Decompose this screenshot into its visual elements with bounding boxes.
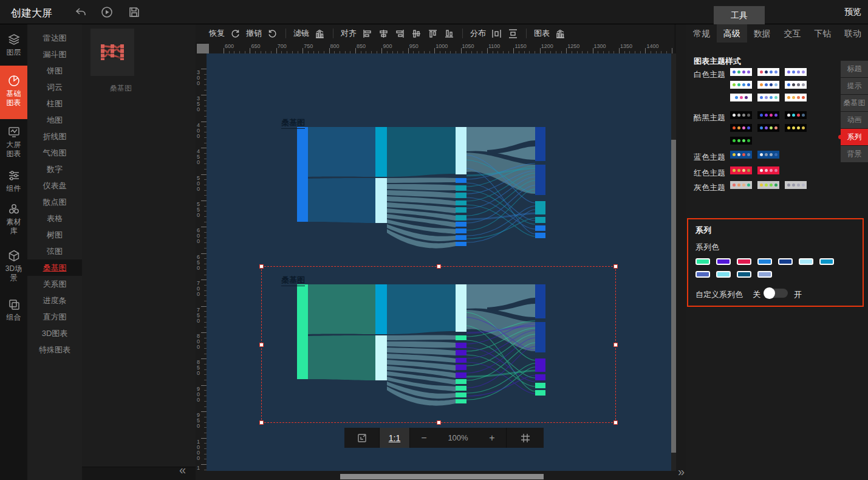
theme-swatch[interactable] [757, 81, 779, 89]
rail-item-combine[interactable]: 组合 [0, 298, 27, 322]
chart-type-item[interactable]: 关系图 [27, 276, 82, 292]
filter-chart-icon[interactable] [315, 29, 325, 39]
theme-swatch[interactable] [730, 111, 752, 119]
series-color-swatch[interactable] [737, 258, 751, 265]
rail-item-basic-charts[interactable]: 基础图表 [0, 66, 27, 119]
selection-handle[interactable] [613, 343, 618, 347]
chart-type-item[interactable]: 树图 [27, 227, 82, 243]
undo-icon[interactable] [267, 29, 278, 39]
align-center-h-icon[interactable] [378, 29, 389, 39]
zoom-in-button[interactable]: + [478, 428, 506, 448]
theme-swatch[interactable] [730, 81, 752, 89]
chart-type-item[interactable]: 直方图 [27, 309, 82, 325]
series-color-swatch[interactable] [799, 258, 813, 265]
save-icon[interactable] [128, 5, 141, 19]
preview-button[interactable]: 预览 [844, 7, 861, 18]
side-button-系列[interactable]: 系列 [841, 129, 868, 145]
side-button-桑基图[interactable]: 桑基图 [841, 95, 868, 111]
theme-swatch[interactable] [757, 166, 779, 174]
design-canvas[interactable]: 桑基图 桑基图 1:1 − 100% + [207, 53, 671, 471]
selection-handle[interactable] [259, 343, 264, 347]
panel-tab-高级[interactable]: 高级 [717, 24, 747, 43]
align-left-icon[interactable] [362, 29, 372, 39]
side-button-背景[interactable]: 背景 [841, 146, 868, 162]
collapse-right-icon[interactable]: » [678, 465, 685, 479]
series-color-swatch[interactable] [757, 271, 772, 278]
sankey-thumbnail-card[interactable]: 桑基图 [91, 29, 134, 76]
chart-type-item[interactable]: 桑基图 [27, 259, 82, 276]
distribute-h-icon[interactable] [491, 29, 502, 39]
chart-type-item[interactable]: 词云 [27, 79, 82, 95]
series-color-swatch[interactable] [695, 271, 710, 278]
chart-type-item[interactable]: 地图 [27, 112, 82, 128]
theme-swatch[interactable] [730, 68, 752, 76]
theme-swatch[interactable] [785, 81, 807, 89]
selection-handle[interactable] [613, 420, 618, 425]
selection-handle[interactable] [259, 420, 264, 425]
align-bottom-icon[interactable] [444, 29, 454, 39]
panel-tab-数据[interactable]: 数据 [747, 24, 777, 43]
theme-swatch[interactable] [757, 68, 779, 76]
chart-icon[interactable] [555, 29, 566, 39]
tools-tab[interactable]: 工具 [714, 6, 765, 24]
chart-type-item[interactable]: 散点图 [27, 194, 82, 210]
selection-handle[interactable] [613, 264, 618, 269]
theme-swatch[interactable] [757, 111, 779, 119]
chart-label[interactable]: 图表 [534, 28, 550, 39]
rail-item-screen-charts[interactable]: 大屏图表 [0, 125, 27, 159]
zoom-out-button[interactable]: − [410, 428, 438, 448]
selection-handle[interactable] [259, 264, 264, 269]
theme-swatch[interactable] [757, 181, 779, 189]
panel-tab-下钻[interactable]: 下钻 [807, 24, 838, 43]
distribute-v-icon[interactable] [508, 29, 518, 39]
redo-icon[interactable] [230, 29, 241, 39]
theme-swatch[interactable] [757, 94, 779, 101]
align-middle-v-icon[interactable] [411, 29, 422, 39]
series-color-swatch[interactable] [778, 258, 793, 265]
side-button-动画[interactable]: 动画 [841, 112, 868, 128]
ratio-1-1-button[interactable]: 1:1 [380, 428, 410, 448]
sankey-chart-2-selected[interactable]: 桑基图 [273, 275, 553, 423]
theme-swatch[interactable] [730, 166, 752, 174]
fit-screen-button[interactable] [344, 428, 380, 448]
theme-swatch[interactable] [730, 94, 752, 101]
series-color-swatch[interactable] [757, 258, 772, 265]
chart-type-item[interactable]: 弦图 [27, 243, 82, 259]
chart-type-item[interactable]: 数字 [27, 161, 82, 177]
series-color-swatch[interactable] [716, 271, 731, 278]
chart-type-item[interactable]: 折线图 [27, 128, 82, 145]
theme-swatch[interactable] [757, 151, 779, 159]
play-icon[interactable] [100, 5, 114, 19]
panel-tab-联动[interactable]: 联动 [838, 24, 868, 43]
chart-type-item[interactable]: 漏斗图 [27, 46, 82, 63]
rail-item-layers[interactable]: 图层 [0, 33, 27, 57]
theme-swatch[interactable] [785, 124, 807, 132]
theme-swatch[interactable] [757, 124, 779, 132]
theme-swatch[interactable] [785, 94, 807, 101]
sankey-chart-1[interactable]: 桑基图 [273, 117, 553, 266]
theme-swatch[interactable] [730, 124, 752, 132]
rail-item-components[interactable]: 组件 [0, 169, 27, 193]
chart-type-item[interactable]: 柱图 [27, 95, 82, 112]
theme-swatch[interactable] [730, 181, 752, 189]
chart-type-item[interactable]: 雷达图 [27, 30, 82, 46]
side-button-标题[interactable]: 标题 [841, 61, 868, 77]
series-color-swatch[interactable] [737, 271, 751, 278]
distribute-label[interactable]: 分布 [470, 28, 486, 39]
align-label[interactable]: 对齐 [341, 28, 357, 39]
theme-swatch[interactable] [730, 137, 752, 145]
chart-type-item[interactable]: 仪表盘 [27, 177, 82, 194]
chart-type-item[interactable]: 气泡图 [27, 145, 82, 161]
chart-type-item[interactable]: 饼图 [27, 63, 82, 79]
align-top-icon[interactable] [428, 29, 438, 39]
rail-item-3d-scene[interactable]: 3D场景 [0, 249, 27, 283]
theme-swatch[interactable] [785, 181, 807, 189]
panel-tab-常规[interactable]: 常规 [686, 24, 717, 43]
undo-arrow-icon[interactable] [74, 5, 87, 19]
theme-swatch[interactable] [785, 68, 807, 76]
custom-series-toggle[interactable] [765, 289, 788, 298]
undo-label[interactable]: 撤销 [246, 28, 262, 39]
chart-type-item[interactable]: 表格 [27, 210, 82, 227]
panel-tab-交互[interactable]: 交互 [777, 24, 807, 43]
vertical-scrollbar-thumb[interactable] [671, 140, 676, 453]
